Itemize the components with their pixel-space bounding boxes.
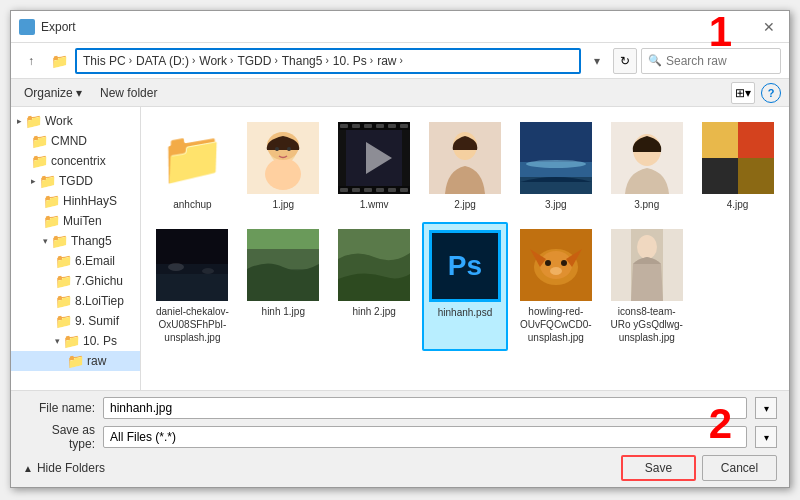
sidebar-item-hinhhanys[interactable]: 📁 HinhHayS	[11, 191, 140, 211]
toolbar-row: Organize ▾ New folder ⊞▾ ?	[11, 79, 789, 107]
new-folder-button[interactable]: New folder	[95, 83, 162, 103]
thumb-svg-chekalov	[156, 229, 228, 301]
hide-folders-arrow: ▲	[23, 463, 33, 474]
folder-icon-hinhhanys: 📁	[43, 193, 60, 209]
svg-rect-21	[388, 188, 396, 192]
file-item-2jpg[interactable]: 2.jpg	[422, 115, 509, 218]
folder-icon-big-anhchup: 📁	[160, 132, 225, 184]
file-name-fashion: icons8-team-URo yGsQdlwg-unsplash.jpg	[608, 305, 685, 344]
expand-arrow-thang5: ▾	[43, 236, 48, 246]
savetype-label: Save as type:	[23, 423, 95, 451]
address-segment-tgdd[interactable]: TGDD ›	[237, 54, 277, 68]
savetype-input[interactable]	[103, 426, 747, 448]
svg-point-29	[526, 160, 586, 168]
address-segment-10ps[interactable]: 10. Ps ›	[333, 54, 373, 68]
sidebar-item-raw[interactable]: 📁 raw	[11, 351, 140, 371]
file-item-chekalov[interactable]: daniel-chekalov-OxU08SFhPbI-unsplash.jpg	[149, 222, 236, 351]
sidebar-item-cmnd[interactable]: 📁 CMND	[11, 131, 140, 151]
file-thumb-2jpg	[429, 122, 501, 194]
help-button[interactable]: ?	[761, 83, 781, 103]
svg-rect-39	[247, 229, 319, 249]
save-button[interactable]: Save	[621, 455, 696, 481]
folder-icon-7ghichu: 📁	[55, 273, 72, 289]
file-name-hinh1: hinh 1.jpg	[262, 305, 305, 318]
thumb-svg-2jpg	[429, 122, 501, 194]
sidebar-label-tgdd: TGDD	[59, 174, 93, 188]
export-dialog: Export ✕ ↑ 📁 This PC › DATA (D:) › Work …	[10, 10, 790, 488]
folder-icon-work: 📁	[25, 113, 42, 129]
sidebar-item-thang5[interactable]: ▾ 📁 Thang5	[11, 231, 140, 251]
hide-folders-button[interactable]: ▲ Hide Folders	[23, 461, 105, 475]
close-button[interactable]: ✕	[757, 15, 781, 39]
organize-button[interactable]: Organize ▾	[19, 83, 87, 103]
dialog-title: Export	[41, 20, 757, 34]
folder-tree: ▸ 📁 Work 📁 CMND 📁 concentrix ▸ 📁 TGDD 📁 …	[11, 107, 141, 390]
folder-icon-muiten: 📁	[43, 213, 60, 229]
sidebar-item-10ps[interactable]: ▾ 📁 10. Ps	[11, 331, 140, 351]
sidebar-item-work[interactable]: ▸ 📁 Work	[11, 111, 140, 131]
address-bar[interactable]: This PC › DATA (D:) › Work › TGDD › Than…	[75, 48, 581, 74]
refresh-button[interactable]: ↻	[613, 48, 637, 74]
address-segment-thang5[interactable]: Thang5 ›	[282, 54, 329, 68]
view-toggle-button[interactable]: ⊞▾	[731, 82, 755, 104]
file-item-fashion[interactable]: icons8-team-URo yGsQdlwg-unsplash.jpg	[603, 222, 690, 351]
folder-icon-thang5: 📁	[51, 233, 68, 249]
nav-up-button[interactable]: ↑	[19, 49, 43, 73]
file-item-3png[interactable]: 3.png	[603, 115, 690, 218]
sidebar-item-9sumif[interactable]: 📁 9. Sumif	[11, 311, 140, 331]
file-name-chekalov: daniel-chekalov-OxU08SFhPbI-unsplash.jpg	[154, 305, 231, 344]
sidebar-item-8loitiep[interactable]: 📁 8.LoiTiep	[11, 291, 140, 311]
sidebar-item-6email[interactable]: 📁 6.Email	[11, 251, 140, 271]
file-item-1wmv[interactable]: 1.wmv	[331, 115, 418, 218]
sidebar-item-tgdd[interactable]: ▸ 📁 TGDD	[11, 171, 140, 191]
address-segment-raw[interactable]: raw ›	[377, 54, 403, 68]
savetype-dropdown-button[interactable]: ▾	[755, 426, 777, 448]
main-area: ▸ 📁 Work 📁 CMND 📁 concentrix ▸ 📁 TGDD 📁 …	[11, 107, 789, 390]
svg-point-44	[545, 260, 551, 266]
sidebar-label-9sumif: 9. Sumif	[75, 314, 119, 328]
file-name-3jpg: 3.jpg	[545, 198, 567, 211]
sidebar-item-muiten[interactable]: 📁 MuiTen	[11, 211, 140, 231]
thumb-svg-3png	[611, 122, 683, 194]
search-input[interactable]	[666, 54, 800, 68]
search-icon: 🔍	[648, 54, 662, 67]
file-item-hinh2[interactable]: hinh 2.jpg	[331, 222, 418, 351]
file-name-fox: howling-red-OUvFQCwCD0-unsplash.jpg	[517, 305, 594, 344]
thumb-svg-fox	[520, 229, 592, 301]
sidebar-label-10ps: 10. Ps	[83, 334, 117, 348]
file-item-4jpg[interactable]: 4.jpg	[694, 115, 781, 218]
file-item-fox[interactable]: howling-red-OUvFQCwCD0-unsplash.jpg	[512, 222, 599, 351]
address-tgdd: TGDD	[237, 54, 271, 68]
ps-icon: Ps	[429, 230, 501, 302]
svg-point-45	[561, 260, 567, 266]
ps-text: Ps	[448, 250, 482, 282]
file-item-3jpg[interactable]: 3.jpg	[512, 115, 599, 218]
file-name-3png: 3.png	[634, 198, 659, 211]
filename-input[interactable]	[103, 397, 747, 419]
svg-rect-15	[388, 124, 396, 128]
nav-folder-button[interactable]: 📁	[47, 49, 71, 73]
file-name-anhchup: anhchup	[173, 198, 211, 211]
toolbar-right: ⊞▾ ?	[731, 82, 781, 104]
folder-icon-9sumif: 📁	[55, 313, 72, 329]
address-segment-work[interactable]: Work ›	[199, 54, 233, 68]
svg-point-49	[637, 235, 657, 259]
svg-rect-22	[400, 188, 408, 192]
svg-rect-11	[340, 124, 348, 128]
thumb-colorful-4jpg	[702, 122, 774, 194]
sidebar-item-7ghichu[interactable]: 📁 7.Ghichu	[11, 271, 140, 291]
svg-rect-17	[340, 188, 348, 192]
svg-point-4	[275, 147, 279, 151]
file-item-hinh1[interactable]: hinh 1.jpg	[240, 222, 327, 351]
sidebar-item-concentrix[interactable]: 📁 concentrix	[11, 151, 140, 171]
address-segment-thispc[interactable]: This PC ›	[83, 54, 132, 68]
folder-icon-cmnd: 📁	[31, 133, 48, 149]
address-segment-data[interactable]: DATA (D:) ›	[136, 54, 195, 68]
sidebar-label-cmnd: CMND	[51, 134, 87, 148]
file-item-anhchup[interactable]: 📁 anhchup	[149, 115, 236, 218]
address-dropdown-button[interactable]: ▾	[585, 49, 609, 73]
filename-dropdown-button[interactable]: ▾	[755, 397, 777, 419]
file-item-hinhanh-psd[interactable]: Ps hinhanh.psd	[422, 222, 509, 351]
cancel-button[interactable]: Cancel	[702, 455, 777, 481]
file-item-1jpg[interactable]: 1.jpg	[240, 115, 327, 218]
